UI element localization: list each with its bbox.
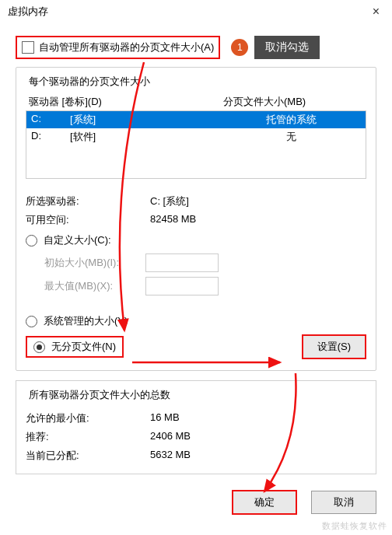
radio-system-managed[interactable]: 系统管理的大小(Y): [26, 314, 366, 328]
radio-system-label: 系统管理的大小(Y): [44, 314, 128, 328]
window-title: 虚拟内存: [8, 5, 48, 19]
auto-manage-checkbox[interactable]: [22, 41, 34, 54]
drive-size: 托管的系统: [221, 113, 361, 127]
max-size-input[interactable]: [145, 277, 219, 295]
per-drive-title: 每个驱动器的分页文件大小: [26, 75, 153, 89]
close-icon[interactable]: ×: [368, 5, 384, 19]
radio-no-paging-highlight: 无分页文件(N): [26, 336, 124, 358]
drive-size: 无: [221, 130, 361, 144]
rec-value: 2406 MB: [150, 430, 366, 444]
radio-icon: [26, 235, 37, 247]
drive-label: [系统]: [70, 113, 221, 127]
free-space-value: 82458 MB: [150, 213, 366, 227]
step-badge-1: 1: [231, 39, 248, 56]
drive-letter: D:: [31, 130, 70, 144]
drive-row-d[interactable]: D: [软件] 无: [26, 128, 366, 145]
max-size-label: 最大值(MB)(X):: [44, 279, 145, 293]
radio-none-label: 无分页文件(N): [51, 340, 116, 354]
drive-label: [软件]: [70, 130, 221, 144]
initial-size-label: 初始大小(MB)(I):: [44, 256, 145, 270]
drive-letter: C:: [31, 113, 70, 127]
radio-no-paging[interactable]: [33, 341, 45, 353]
col-drive-header: 驱动器 [卷标](D): [29, 95, 223, 109]
radio-icon: [26, 316, 37, 327]
selected-drive-label: 所选驱动器:: [26, 194, 150, 208]
cur-value: 5632 MB: [150, 449, 366, 463]
initial-size-input[interactable]: [145, 254, 219, 272]
watermark: 数据蛙恢复软件: [322, 520, 387, 532]
cancel-button[interactable]: 取消: [311, 491, 376, 514]
tip-uncheck: 取消勾选: [254, 36, 320, 59]
free-space-label: 可用空间:: [26, 213, 150, 227]
radio-custom-size[interactable]: 自定义大小(C):: [26, 233, 366, 247]
min-value: 16 MB: [150, 411, 366, 425]
drive-row-c[interactable]: C: [系统] 托管的系统: [26, 111, 366, 128]
col-size-header: 分页文件大小(MB): [223, 95, 363, 109]
auto-manage-highlight: 自动管理所有驱动器的分页文件大小(A): [16, 36, 220, 59]
auto-manage-label: 自动管理所有驱动器的分页文件大小(A): [39, 40, 214, 54]
totals-title: 所有驱动器分页文件大小的总数: [26, 388, 173, 402]
rec-label: 推荐:: [26, 430, 150, 444]
min-label: 允许的最小值:: [26, 411, 150, 425]
set-button[interactable]: 设置(S): [302, 334, 366, 359]
selected-drive-value: C: [系统]: [150, 194, 366, 208]
radio-custom-label: 自定义大小(C):: [44, 233, 111, 247]
drive-list[interactable]: C: [系统] 托管的系统 D: [软件] 无: [26, 110, 366, 179]
ok-button[interactable]: 确定: [232, 490, 297, 515]
cur-label: 当前已分配:: [26, 449, 150, 463]
